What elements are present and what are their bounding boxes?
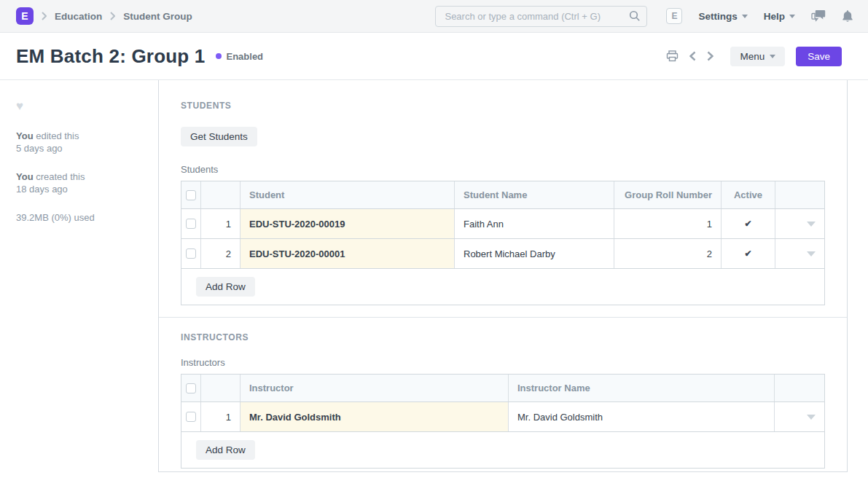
chevron-down-icon [770, 55, 775, 58]
row-index[interactable]: 1 [200, 209, 240, 238]
get-students-button[interactable]: Get Students [181, 127, 257, 146]
user-avatar[interactable]: E [666, 8, 682, 24]
row-index[interactable]: 1 [200, 402, 240, 431]
print-icon[interactable] [666, 50, 679, 62]
settings-label: Settings [698, 11, 737, 22]
status-label: Enabled [227, 51, 264, 62]
chevron-right-icon [110, 12, 115, 20]
column-header-student-name: Student Name [454, 181, 614, 208]
row-index-header [200, 181, 240, 208]
status-badge: Enabled [216, 51, 264, 62]
students-grid-footer: Add Row [181, 268, 824, 305]
modified-by: You [16, 130, 34, 141]
row-index-header [200, 375, 240, 401]
students-section: STUDENTS Get Students Students Student S… [159, 80, 847, 317]
row-actions-cell[interactable] [775, 209, 824, 238]
add-row-button[interactable]: Add Row [196, 440, 255, 460]
settings-menu[interactable]: Settings [698, 11, 747, 22]
group-roll-number-cell[interactable]: 1 [614, 209, 721, 238]
app-logo-letter: E [21, 10, 28, 22]
instructor-row: 1 Mr. David Goldsmith Mr. David Goldsmit… [181, 401, 824, 431]
created-by: You [16, 171, 34, 182]
row-checkbox[interactable] [186, 412, 196, 422]
heart-icon[interactable]: ♥ [16, 99, 23, 113]
modified-action: edited this [34, 130, 79, 141]
chevron-down-icon[interactable] [807, 251, 816, 256]
row-checkbox[interactable] [186, 248, 196, 259]
column-header-student: Student [240, 181, 454, 208]
storage-usage: 39.2MB (0%) used [16, 212, 146, 223]
global-search [435, 6, 647, 27]
student-cell[interactable]: EDU-STU-2020-00001 [240, 239, 454, 268]
student-row: 1 EDU-STU-2020-00019 Faith Ann 1 ✔ [181, 208, 824, 238]
row-index[interactable]: 2 [200, 239, 240, 268]
check-icon: ✔ [744, 248, 751, 259]
search-icon [629, 10, 641, 24]
select-all-checkbox[interactable] [186, 190, 196, 200]
students-section-heading: STUDENTS [181, 101, 825, 111]
status-dot-icon [216, 53, 222, 59]
students-grid-header: Student Student Name Group Roll Number A… [181, 181, 824, 208]
created-when: 18 days ago [16, 183, 146, 195]
check-icon: ✔ [744, 219, 751, 229]
breadcrumb-student-group[interactable]: Student Group [123, 11, 192, 22]
add-row-button[interactable]: Add Row [196, 277, 255, 297]
user-avatar-letter: E [671, 11, 677, 21]
form-body: STUDENTS Get Students Students Student S… [158, 80, 848, 472]
page-head: EM Batch 2: Group 1 Enabled Menu Save [0, 33, 868, 80]
created-action: created this [34, 171, 85, 182]
search-input[interactable] [435, 6, 647, 27]
help-label: Help [764, 11, 785, 22]
modified-info: You edited this 5 days ago [16, 130, 146, 154]
column-header-instructor: Instructor [240, 375, 508, 401]
modified-when: 5 days ago [16, 142, 146, 154]
bell-icon[interactable] [842, 9, 853, 23]
column-header-active: Active [721, 181, 775, 208]
instructors-grid-header: Instructor Instructor Name [181, 375, 824, 401]
row-checkbox[interactable] [186, 219, 196, 229]
instructor-name-cell[interactable]: Mr. David Goldsmith [508, 402, 774, 431]
navbar: E Education Student Group E Settings Hel… [0, 0, 868, 33]
student-name-cell[interactable]: Faith Ann [454, 209, 614, 238]
student-cell[interactable]: EDU-STU-2020-00019 [240, 209, 454, 238]
form-sidebar: ♥ You edited this 5 days ago You created… [0, 80, 158, 478]
help-menu[interactable]: Help [764, 11, 795, 22]
chevron-down-icon[interactable] [807, 222, 816, 227]
column-header-instructor-name: Instructor Name [508, 375, 774, 401]
chevron-down-icon[interactable] [807, 415, 816, 420]
chat-icon[interactable] [811, 9, 826, 23]
active-cell[interactable]: ✔ [721, 239, 775, 268]
save-button[interactable]: Save [796, 47, 842, 66]
row-actions-cell[interactable] [774, 402, 824, 431]
chevron-down-icon [742, 15, 748, 18]
instructors-field-label: Instructors [181, 357, 825, 368]
student-row: 2 EDU-STU-2020-00001 Robert Michael Darb… [181, 238, 824, 268]
next-record-icon[interactable] [707, 51, 713, 61]
students-grid: Student Student Name Group Roll Number A… [181, 181, 825, 305]
app-logo[interactable]: E [16, 7, 34, 25]
menu-button-label: Menu [740, 51, 765, 62]
instructors-section: INSTRUCTORS Instructors Instructor Instr… [159, 317, 847, 478]
breadcrumb-education[interactable]: Education [55, 11, 102, 22]
column-header-actions [775, 181, 824, 208]
instructors-section-heading: INSTRUCTORS [181, 332, 825, 342]
instructors-grid: Instructor Instructor Name 1 Mr. David G… [181, 374, 825, 469]
page-title: EM Batch 2: Group 1 [16, 45, 206, 68]
chevron-right-icon [42, 12, 47, 20]
select-all-checkbox[interactable] [186, 383, 196, 393]
active-cell[interactable]: ✔ [721, 209, 775, 238]
student-name-cell[interactable]: Robert Michael Darby [454, 239, 614, 268]
group-roll-number-cell[interactable]: 2 [614, 239, 721, 268]
prev-record-icon[interactable] [689, 51, 696, 61]
column-header-group-roll-number: Group Roll Number [614, 181, 721, 208]
students-field-label: Students [181, 164, 825, 175]
instructors-grid-footer: Add Row [181, 431, 824, 468]
row-actions-cell[interactable] [775, 239, 824, 268]
menu-button[interactable]: Menu [730, 47, 785, 66]
chevron-down-icon [789, 15, 795, 18]
created-info: You created this 18 days ago [16, 171, 146, 195]
instructor-cell[interactable]: Mr. David Goldsmith [240, 402, 508, 431]
column-header-actions [774, 375, 824, 401]
